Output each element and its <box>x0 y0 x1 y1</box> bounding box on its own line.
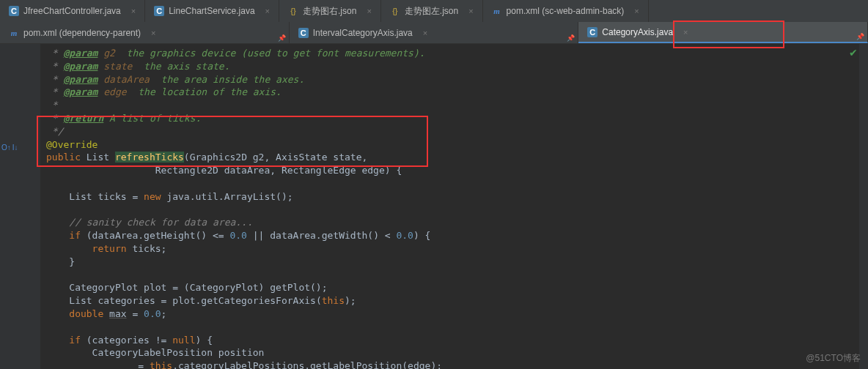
watermark: @51CTO博客 <box>806 352 861 365</box>
close-icon[interactable]: × <box>265 7 270 15</box>
tab-label: IntervalCategoryAxis.java <box>313 28 413 38</box>
tab-intervalcategoryaxis[interactable]: C IntervalCategoryAxis.java × 📌 <box>290 22 579 43</box>
inspection-ok-icon[interactable]: ✔ <box>849 47 858 59</box>
maven-icon: m <box>9 28 19 38</box>
implement-down-icon[interactable]: I↓ <box>12 144 18 152</box>
tab-json-left[interactable]: {} 走势图左.json × <box>381 0 483 22</box>
java-class-icon: C <box>154 6 164 16</box>
maven-icon: m <box>492 6 502 16</box>
tab-linechartservice[interactable]: C LineChartService.java × <box>145 0 279 22</box>
code-editor[interactable]: O↑ I↓ * @param g2 the graphics device (u… <box>0 44 868 369</box>
tab-label: LineChartService.java <box>169 6 254 16</box>
pin-icon: 📌 <box>278 34 286 42</box>
gutter: O↑ I↓ <box>0 44 40 369</box>
gutter-override-markers[interactable]: O↑ I↓ <box>1 144 18 152</box>
editor-tabs-row-1: C JfreeChartController.java × C LineChar… <box>0 0 868 22</box>
scrollbar-vertical[interactable] <box>859 44 868 369</box>
code-content[interactable]: * @param g2 the graphics device (used to… <box>40 44 868 369</box>
tab-pom-admin[interactable]: m pom.xml (sc-web-admin-back) × <box>483 0 649 22</box>
close-icon[interactable]: × <box>634 7 639 15</box>
pin-icon: 📌 <box>856 33 864 40</box>
highlight-box-tab <box>673 20 784 48</box>
java-class-icon: C <box>9 6 19 16</box>
close-icon[interactable]: × <box>151 29 155 37</box>
tab-label: JfreeChartController.java <box>23 6 121 16</box>
override-up-icon[interactable]: O↑ <box>1 144 11 152</box>
tab-jfreechartcontroller[interactable]: C JfreeChartController.java × <box>0 0 145 22</box>
close-icon[interactable]: × <box>468 7 473 15</box>
close-icon[interactable]: × <box>423 29 427 37</box>
json-file-icon: {} <box>390 6 400 16</box>
highlight-box-method <box>37 116 428 167</box>
tab-label: CategoryAxis.java <box>602 27 673 37</box>
tab-label: pom.xml (sc-web-admin-back) <box>507 6 625 16</box>
tab-label: 走势图右.json <box>303 5 356 18</box>
tab-json-right[interactable]: {} 走势图右.json × <box>279 0 381 22</box>
pin-icon: 📌 <box>567 34 575 42</box>
close-icon[interactable]: × <box>367 7 371 15</box>
tab-label: pom.xml (dependency-parent) <box>23 28 141 38</box>
tab-pom-dependency[interactable]: m pom.xml (dependency-parent) × 📌 <box>0 22 290 43</box>
tab-label: 走势图左.json <box>405 5 458 18</box>
json-file-icon: {} <box>288 6 298 16</box>
java-class-icon: C <box>587 27 597 37</box>
close-icon[interactable]: × <box>131 7 136 15</box>
java-class-icon: C <box>298 28 309 38</box>
